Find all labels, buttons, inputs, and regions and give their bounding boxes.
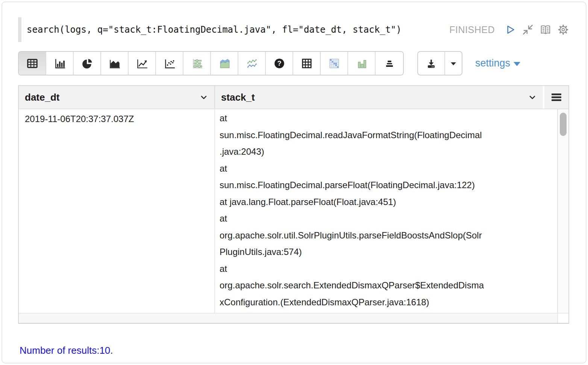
area-chart-icon — [109, 57, 121, 69]
column-header-date-dt[interactable]: date_dt — [19, 86, 215, 109]
cell-stack-t: at sun.misc.FloatingDecimal.readJavaForm… — [215, 109, 557, 313]
cell-date-dt: 2019-11-06T20:37:37.037Z — [19, 109, 215, 313]
multi-line-chart-icon — [246, 57, 258, 69]
heatmap-icon — [328, 57, 340, 69]
viz-bar-chart-button[interactable] — [46, 52, 74, 75]
pie-chart-icon — [81, 57, 93, 69]
horizontal-scrollbar[interactable] — [19, 313, 568, 323]
stack-line: at — [220, 160, 552, 177]
results-table: date_dt stack_t — [18, 85, 569, 324]
code-editor[interactable]: search(logs, q="stack_t:FloatingDecimal.… — [27, 24, 449, 35]
stack-line: PluginUtils.java:574) — [220, 244, 552, 261]
download-options-button[interactable] — [445, 52, 462, 75]
stack-line: at java.lang.Float.parseFloat(Float.java… — [220, 194, 552, 211]
results-count-text: Number of results:10. — [20, 345, 586, 356]
book-icon[interactable] — [540, 24, 552, 36]
chevron-down-icon[interactable] — [199, 93, 208, 102]
viz-heatmap-button[interactable] — [321, 52, 348, 75]
stack-line: .java:2043) — [220, 143, 552, 160]
run-icon[interactable] — [504, 24, 516, 36]
viz-grid-table-button[interactable] — [293, 52, 321, 75]
stacked-area-chart-icon — [218, 57, 230, 69]
stack-line: at — [220, 110, 552, 127]
compress-icon[interactable] — [522, 24, 534, 36]
pyramid-chart-icon — [383, 57, 396, 69]
viz-pie-chart-button[interactable] — [74, 52, 101, 75]
stack-line: org.apache.solr.util.SolrPluginUtils.par… — [220, 227, 552, 244]
display-toolbar: ? — [18, 51, 569, 75]
scrollbar-corner — [557, 314, 568, 323]
column-label: stack_t — [221, 92, 255, 103]
bar-chart-icon — [54, 57, 66, 69]
hamburger-menu-icon — [551, 92, 562, 102]
viz-button-group: ? — [18, 51, 404, 75]
viz-help-button[interactable]: ? — [266, 52, 293, 75]
table-menu-button[interactable] — [544, 86, 568, 109]
help-icon: ? — [273, 57, 285, 69]
download-button-group — [417, 51, 462, 75]
bubble-chart-icon — [191, 57, 203, 69]
viz-table-button[interactable] — [19, 52, 46, 75]
gear-icon[interactable] — [557, 24, 569, 36]
vertical-scrollbar-thumb[interactable] — [560, 113, 567, 136]
viz-pyramid-chart-button[interactable] — [376, 52, 403, 75]
column-chart-icon — [356, 57, 368, 69]
viz-multi-line-chart-button[interactable] — [238, 52, 266, 75]
scatter-chart-icon — [164, 57, 176, 69]
vertical-scrollbar[interactable] — [557, 109, 568, 313]
stack-line: xConfiguration.(ExtendedDismaxQParser.ja… — [220, 294, 552, 311]
viz-scatter-chart-button[interactable] — [156, 52, 183, 75]
table-body: 2019-11-06T20:37:37.037Z at sun.misc.Flo… — [19, 109, 568, 313]
column-header-stack-t[interactable]: stack_t — [215, 86, 544, 109]
paragraph-header: search(logs, q="stack_t:FloatingDecimal.… — [18, 17, 569, 42]
notebook-paragraph: search(logs, q="stack_t:FloatingDecimal.… — [2, 2, 586, 363]
status-label: FINISHED — [449, 24, 495, 35]
download-icon — [425, 57, 437, 69]
stack-line: sun.misc.FloatingDecimal.readJavaFormatS… — [220, 127, 552, 144]
table-header-row: date_dt stack_t — [19, 86, 568, 109]
viz-area-chart-button[interactable] — [101, 52, 129, 75]
settings-label: settings — [475, 57, 510, 69]
caret-down-icon — [449, 59, 458, 68]
viz-column-chart-button[interactable] — [348, 52, 376, 75]
chevron-down-icon[interactable] — [528, 93, 537, 102]
settings-link[interactable]: settings — [475, 57, 520, 69]
grid-table-icon — [301, 57, 313, 69]
viz-bubble-chart-button[interactable] — [183, 52, 211, 75]
table-icon — [26, 57, 38, 69]
stack-line: at — [220, 210, 552, 227]
stack-line: at — [220, 261, 552, 278]
viz-line-chart-button[interactable] — [129, 52, 156, 75]
paragraph-controls: FINISHED — [449, 24, 569, 36]
viz-stacked-area-chart-button[interactable] — [211, 52, 238, 75]
stack-line: sun.misc.FloatingDecimal.parseFloat(Floa… — [220, 177, 552, 194]
column-label: date_dt — [25, 92, 59, 103]
editor-gutter — [18, 17, 21, 42]
download-button[interactable] — [418, 52, 445, 75]
line-chart-icon — [136, 57, 148, 69]
horizontal-scrollbar-track[interactable] — [19, 314, 557, 323]
svg-text:?: ? — [277, 60, 281, 67]
settings-caret-icon — [514, 62, 520, 66]
stack-line: org.apache.solr.search.ExtendedDismaxQPa… — [220, 277, 552, 294]
